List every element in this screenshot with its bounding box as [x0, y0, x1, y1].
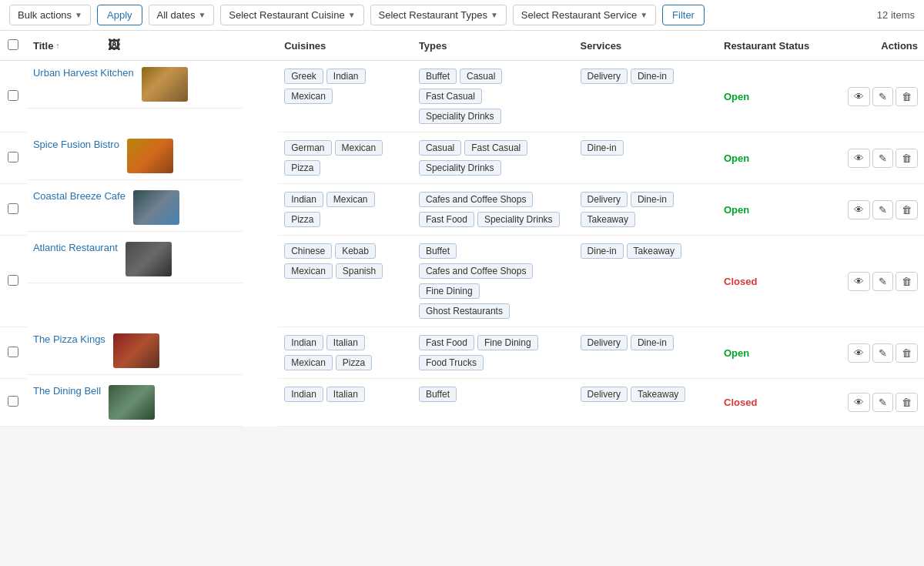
- select-all-header: [0, 31, 27, 61]
- row-status-cell: Closed: [718, 236, 834, 327]
- bulk-actions-dropdown[interactable]: Bulk actions ▼: [9, 5, 91, 25]
- type-tag: Casual: [460, 69, 502, 84]
- edit-button[interactable]: ✎: [872, 87, 893, 106]
- bulk-actions-label: Bulk actions: [18, 9, 72, 21]
- row-cuisines-cell: IndianMexicanPizza: [278, 184, 413, 236]
- row-select-checkbox[interactable]: [8, 347, 18, 357]
- restaurant-thumbnail: [142, 67, 188, 102]
- cuisine-tag: Mexican: [284, 355, 333, 370]
- col-cuisines: Cuisines: [278, 31, 413, 61]
- types-tags: BuffetCafes and Coffee ShopsFine DiningG…: [419, 242, 568, 320]
- type-tag: Fast Casual: [464, 140, 527, 156]
- restaurant-table: Title ↑ 🖼 Cuisines Types Services Restau…: [0, 31, 924, 427]
- row-select-checkbox[interactable]: [8, 275, 18, 286]
- service-dropdown[interactable]: Select Restaurant Service ▼: [513, 5, 656, 25]
- type-tag: Speciality Drinks: [419, 109, 501, 124]
- type-tag: Fast Food: [419, 335, 474, 350]
- service-label: Select Restaurant Service: [521, 9, 637, 21]
- restaurant-name-link[interactable]: The Pizza Kings: [33, 333, 105, 345]
- cuisine-dropdown[interactable]: Select Restaurant Cuisine ▼: [220, 5, 363, 25]
- type-tag: Fast Food: [419, 212, 474, 227]
- edit-button[interactable]: ✎: [872, 200, 893, 219]
- restaurant-name-link[interactable]: The Dining Bell: [33, 385, 101, 397]
- restaurant-name-link[interactable]: Atlantic Restaurant: [33, 242, 118, 253]
- cuisines-tags: GermanMexicanPizza: [284, 139, 407, 177]
- view-button[interactable]: 👁: [848, 272, 870, 291]
- restaurant-thumbnail: [127, 139, 173, 173]
- services-tags: DeliveryDine-in: [581, 67, 711, 85]
- row-services-cell: Dine-inTakeaway: [574, 236, 718, 327]
- row-select-checkbox[interactable]: [8, 203, 18, 214]
- service-tag: Delivery: [581, 387, 628, 402]
- view-button[interactable]: 👁: [848, 393, 870, 412]
- edit-icon: ✎: [879, 91, 887, 102]
- types-dropdown[interactable]: Select Restaurant Types ▼: [370, 5, 507, 25]
- service-tag: Dine-in: [631, 192, 674, 207]
- services-tags: DeliveryTakeaway: [581, 385, 711, 404]
- delete-button[interactable]: 🗑: [896, 343, 918, 363]
- table-header-row: Title ↑ 🖼 Cuisines Types Services Restau…: [0, 31, 924, 61]
- restaurant-thumbnail: [133, 190, 179, 225]
- view-button[interactable]: 👁: [848, 87, 870, 106]
- row-types-cell: Fast FoodFine DiningFood Trucks: [413, 327, 574, 379]
- row-status-cell: Open: [718, 184, 834, 236]
- cuisine-label: Select Restaurant Cuisine: [229, 9, 344, 21]
- row-title-cell: Coastal Breeze Cafe: [27, 184, 243, 232]
- edit-button[interactable]: ✎: [872, 343, 893, 363]
- select-all-checkbox[interactable]: [8, 39, 18, 50]
- restaurant-name-link[interactable]: Coastal Breeze Cafe: [33, 190, 126, 202]
- types-tags: Fast FoodFine DiningFood Trucks: [419, 333, 568, 372]
- restaurant-thumbnail: [126, 242, 172, 276]
- view-button[interactable]: 👁: [848, 343, 870, 363]
- apply-button[interactable]: Apply: [97, 5, 142, 25]
- row-cuisines-cell: GreekIndianMexican: [278, 61, 413, 132]
- type-tag: Fast Casual: [419, 89, 482, 104]
- sort-icon[interactable]: ↑: [55, 42, 59, 50]
- restaurant-name-link[interactable]: Spice Fusion Bistro: [33, 139, 119, 150]
- col-status: Restaurant Status: [718, 31, 834, 61]
- cuisines-tags: IndianMexicanPizza: [284, 190, 407, 229]
- row-services-cell: DeliveryTakeaway: [574, 379, 718, 427]
- row-select-checkbox[interactable]: [8, 396, 18, 407]
- cuisines-tags: IndianItalianMexicanPizza: [284, 333, 407, 372]
- row-select-checkbox[interactable]: [8, 152, 18, 162]
- service-arrow-icon: ▼: [640, 11, 648, 19]
- cuisine-tag: Indian: [284, 335, 323, 350]
- service-tag: Dine-in: [581, 243, 624, 259]
- service-tag: Dine-in: [631, 69, 674, 84]
- delete-button[interactable]: 🗑: [896, 200, 918, 219]
- col-types: Types: [413, 31, 574, 61]
- type-tag: Food Trucks: [419, 355, 484, 370]
- row-select-checkbox[interactable]: [8, 90, 18, 101]
- row-actions-cell: 👁✎🗑: [834, 132, 924, 184]
- cuisine-tag: Mexican: [335, 140, 383, 156]
- types-tags: BuffetCasualFast CasualSpeciality Drinks: [419, 67, 568, 126]
- cuisine-tag: Mexican: [326, 192, 375, 207]
- type-tag: Buffet: [419, 69, 457, 84]
- edit-button[interactable]: ✎: [872, 149, 893, 168]
- delete-button[interactable]: 🗑: [896, 149, 918, 168]
- restaurant-name-link[interactable]: Urban Harvest Kitchen: [33, 67, 134, 79]
- title-sort-container: Title ↑ 🖼: [33, 39, 272, 52]
- delete-button[interactable]: 🗑: [896, 87, 918, 106]
- services-tags: DeliveryDine-inTakeaway: [581, 190, 711, 229]
- types-label: Select Restaurant Types: [379, 9, 487, 21]
- delete-button[interactable]: 🗑: [896, 393, 918, 412]
- toolbar-left: Bulk actions ▼ Apply All dates ▼ Select …: [9, 5, 871, 25]
- filter-button[interactable]: Filter: [662, 5, 705, 25]
- all-dates-dropdown[interactable]: All dates ▼: [149, 5, 215, 25]
- view-icon: 👁: [854, 397, 864, 408]
- view-button[interactable]: 👁: [848, 200, 870, 219]
- delete-button[interactable]: 🗑: [896, 272, 918, 291]
- edit-button[interactable]: ✎: [872, 272, 893, 291]
- row-services-cell: Dine-in: [574, 132, 718, 184]
- view-button[interactable]: 👁: [848, 149, 870, 168]
- edit-icon: ✎: [879, 204, 887, 216]
- row-services-cell: DeliveryDine-in: [574, 61, 718, 132]
- type-tag: Cafes and Coffee Shops: [419, 192, 534, 207]
- row-types-cell: BuffetCasualFast CasualSpeciality Drinks: [413, 61, 574, 132]
- row-services-cell: DeliveryDine-inTakeaway: [574, 184, 718, 236]
- edit-button[interactable]: ✎: [872, 393, 893, 412]
- row-checkbox-cell: [0, 327, 27, 379]
- row-cuisines-cell: IndianItalian: [278, 379, 413, 427]
